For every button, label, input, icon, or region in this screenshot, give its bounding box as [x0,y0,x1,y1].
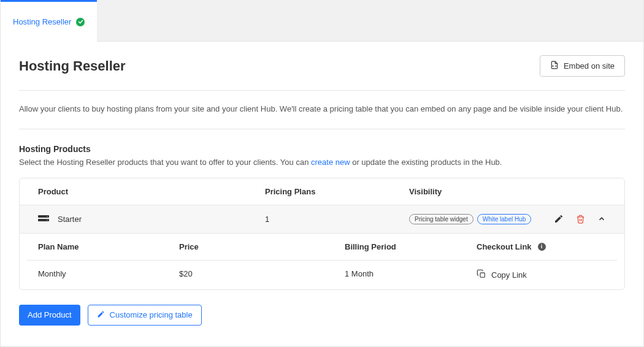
svg-rect-4 [480,273,485,277]
page-title: Hosting Reseller [19,58,126,74]
badge-white-label: White label Hub [477,214,532,224]
section-title: Hosting Products [19,144,625,154]
subcol-plan-name: Plan Name [38,242,179,251]
svg-point-2 [47,216,48,217]
col-visibility: Visibility [409,187,606,196]
table-header: Product Pricing Plans Visibility [20,178,624,205]
col-product: Product [38,187,265,196]
subcol-checkout-link: Checkout Link i [477,242,606,251]
customize-label: Customize pricing table [110,310,193,319]
plan-period: 1 Month [345,269,477,281]
info-icon[interactable]: i [538,243,546,251]
embed-on-site-button[interactable]: Embed on site [540,55,625,77]
table-row[interactable]: Starter 1 Pricing table widget White lab… [20,205,624,234]
edit-icon[interactable] [554,214,564,224]
plans-subtable: Plan Name Price Billing Period Checkout … [27,234,617,289]
add-product-button[interactable]: Add Product [19,305,80,326]
badge-pricing-widget: Pricing table widget [409,214,473,224]
plan-row: Monthly $20 1 Month Copy Link [27,261,617,289]
section-desc: Select the Hosting Reseller products tha… [19,158,625,167]
plan-count: 1 [265,215,409,224]
embed-label: Embed on site [564,61,615,71]
products-table: Product Pricing Plans Visibility Starter… [19,178,625,290]
create-new-link[interactable]: create new [311,158,350,167]
tab-label: Hosting Reseller [13,17,71,26]
customize-pricing-table-button[interactable]: Customize pricing table [88,305,202,326]
check-circle-icon [76,18,85,26]
copy-icon [477,269,486,281]
plan-price: $20 [179,269,345,281]
tabs-bar: Hosting Reseller [1,0,643,42]
intro-text: Allow your clients to buy hosting plans … [19,91,625,129]
delete-icon[interactable] [576,215,585,224]
tab-hosting-reseller[interactable]: Hosting Reseller [1,0,97,42]
col-pricing: Pricing Plans [265,187,409,196]
svg-point-3 [47,219,48,221]
copy-link-label: Copy Link [491,270,527,280]
pencil-icon [97,310,105,320]
server-icon [38,215,49,223]
embed-icon [550,61,559,71]
plan-name: Monthly [38,269,179,281]
copy-link-button[interactable]: Copy Link [477,269,527,281]
product-name: Starter [58,215,82,224]
subcol-period: Billing Period [345,242,477,251]
chevron-up-icon[interactable] [597,215,606,223]
subcol-price: Price [179,242,345,251]
